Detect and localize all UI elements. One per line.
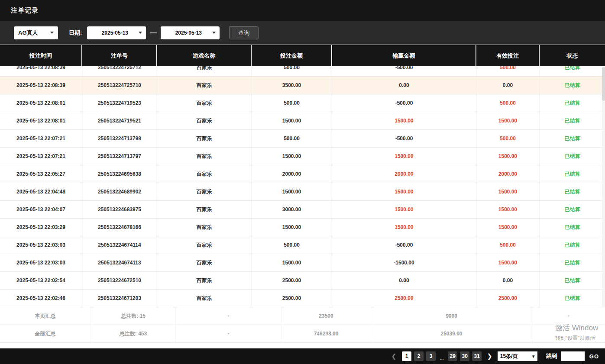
column-header-bet-no: 注单号 <box>82 45 157 66</box>
cell-win-loss: 1500.00 <box>332 219 476 236</box>
cell-bet-time: 2025-05-13 22:07:21 <box>0 130 82 147</box>
cell-game-name: 百家乐 <box>157 290 252 307</box>
chevron-down-icon <box>139 32 142 34</box>
cell-bet-amount: 500.00 <box>252 236 332 254</box>
game-type-select[interactable]: AG真人 <box>14 26 58 39</box>
summary-game: - <box>176 307 281 325</box>
cell-bet-time: 2025-05-13 22:04:07 <box>0 201 82 218</box>
summary-game: - <box>176 325 281 342</box>
date-to-input[interactable]: 2025-05-13 <box>161 26 220 39</box>
cell-valid-bet: 1500.00 <box>476 254 540 271</box>
scrollbar-thumb[interactable] <box>602 67 605 101</box>
table-row[interactable]: 2025-05-13 22:07:21250513224713797百家乐150… <box>0 148 605 165</box>
table-scrollbar[interactable] <box>602 66 605 307</box>
cell-status: 已结算 <box>540 66 605 76</box>
table-row[interactable]: 2025-05-13 22:04:48250513224689902百家乐150… <box>0 183 605 201</box>
cell-win-loss: 0.00 <box>332 77 476 94</box>
table-body[interactable]: 2025-05-13 22:08:39250513224725712百家乐500… <box>0 66 605 307</box>
cell-bet-time: 2025-05-13 22:08:39 <box>0 66 82 76</box>
table-row[interactable]: 2025-05-13 22:05:27250513224695638百家乐200… <box>0 165 605 183</box>
cell-game-name: 百家乐 <box>157 219 252 236</box>
cell-bet-amount: 2500.00 <box>252 290 332 307</box>
date-to-value: 2025-05-13 <box>165 30 212 36</box>
query-button[interactable]: 查询 <box>229 26 259 39</box>
go-button[interactable]: GO <box>589 353 599 360</box>
cell-bet-no: 250513224695638 <box>82 165 157 183</box>
cell-valid-bet: 0.00 <box>476 77 540 94</box>
cell-valid-bet: 1500.00 <box>476 148 540 165</box>
next-page-button[interactable]: ❯ <box>487 352 492 360</box>
all-summary-row: 全部汇总 总注数: 453 - 746298.00 25039.00 <box>0 325 605 343</box>
date-from-value: 2025-05-13 <box>91 30 139 36</box>
cell-status: 已结算 <box>540 112 605 129</box>
table-row[interactable]: 2025-05-13 22:03:03250513224674113百家乐150… <box>0 254 605 272</box>
cell-game-name: 百家乐 <box>157 112 252 129</box>
cell-bet-no: 250513224674113 <box>82 254 157 271</box>
cell-bet-no: 250513224713797 <box>82 148 157 165</box>
chevron-down-icon <box>50 32 54 34</box>
cell-win-loss: 1500.00 <box>332 112 476 129</box>
summary-valid-total <box>532 325 605 342</box>
page-button-29[interactable]: 29 <box>448 351 457 361</box>
cell-game-name: 百家乐 <box>157 130 252 147</box>
cell-win-loss: 1500.00 <box>332 201 476 218</box>
cell-bet-time: 2025-05-13 22:08:01 <box>0 112 82 129</box>
page-button-1[interactable]: 1 <box>402 351 411 361</box>
cell-game-name: 百家乐 <box>157 183 252 200</box>
table-header: 投注时间 注单号 游戏名称 投注金额 输赢金额 有效投注 状态 <box>0 45 605 66</box>
summary-win-total: 25039.00 <box>371 325 532 342</box>
cell-valid-bet: 2500.00 <box>476 290 540 307</box>
table-row[interactable]: 2025-05-13 22:08:01250513224719521百家乐150… <box>0 112 605 130</box>
table-row[interactable]: 2025-05-13 22:02:54250513224672510百家乐250… <box>0 272 605 290</box>
page-button-2[interactable]: 2 <box>414 351 424 361</box>
summary-bet-total: 746298.00 <box>281 325 371 342</box>
prev-page-button[interactable]: ❮ <box>391 353 396 360</box>
table-row[interactable]: 2025-05-13 22:03:29250513224678166百家乐150… <box>0 219 605 236</box>
table-row[interactable]: 2025-05-13 22:08:01250513224719523百家乐500… <box>0 94 605 112</box>
cell-status: 已结算 <box>540 183 605 200</box>
table-row[interactable]: 2025-05-13 22:08:39250513224725710百家乐350… <box>0 77 605 94</box>
cell-status: 已结算 <box>540 254 605 271</box>
chevron-down-icon: ▼ <box>530 351 537 361</box>
pagination-pages: 123...293031 <box>401 351 483 361</box>
table-row[interactable]: 2025-05-13 22:08:39250513224725712百家乐500… <box>0 66 605 77</box>
page-button-3[interactable]: 3 <box>426 351 436 361</box>
jump-to-input[interactable] <box>561 351 585 361</box>
table-row[interactable]: 2025-05-13 22:07:21250513224713798百家乐500… <box>0 130 605 148</box>
cell-bet-no: 250513224672510 <box>82 272 157 289</box>
cell-game-name: 百家乐 <box>157 165 252 183</box>
cell-bet-amount: 500.00 <box>252 66 332 76</box>
column-header-win-loss: 输赢金额 <box>332 45 476 66</box>
cell-bet-no: 250513224725712 <box>82 66 157 76</box>
cell-bet-amount: 2500.00 <box>252 272 332 289</box>
page-size-select[interactable]: 15条/页 ▼ <box>498 351 537 361</box>
cell-bet-time: 2025-05-13 22:03:03 <box>0 254 82 271</box>
table-row[interactable]: 2025-05-13 22:04:07250513224683975百家乐300… <box>0 201 605 219</box>
cell-bet-time: 2025-05-13 22:02:54 <box>0 272 82 289</box>
cell-valid-bet: 1500.00 <box>476 112 540 129</box>
cell-bet-no: 250513224674114 <box>82 236 157 254</box>
cell-game-name: 百家乐 <box>157 66 252 76</box>
cell-bet-time: 2025-05-13 22:07:21 <box>0 148 82 165</box>
cell-bet-time: 2025-05-13 22:03:29 <box>0 219 82 236</box>
table-row[interactable]: 2025-05-13 22:02:46250513224671203百家乐250… <box>0 290 605 307</box>
cell-bet-no: 250513224683975 <box>82 201 157 218</box>
page-size-value: 15条/页 <box>500 353 518 360</box>
cell-valid-bet: 500.00 <box>476 236 540 254</box>
cell-bet-time: 2025-05-13 22:08:01 <box>0 94 82 112</box>
summary-label: 全部汇总 <box>0 325 91 342</box>
page-button-31[interactable]: 31 <box>472 351 482 361</box>
page-button-30[interactable]: 30 <box>460 351 469 361</box>
filter-bar: AG真人 日期: 2025-05-13 — 2025-05-13 查询 <box>0 21 605 45</box>
cell-bet-amount: 1500.00 <box>252 148 332 165</box>
column-header-bet-amount: 投注金额 <box>252 45 332 66</box>
summary-section: 本页汇总 总注数: 15 - 23500 9000 - 全部汇总 总注数: 45… <box>0 307 605 343</box>
cell-valid-bet: 1500.00 <box>476 219 540 236</box>
cell-win-loss: 1500.00 <box>332 148 476 165</box>
date-from-input[interactable]: 2025-05-13 <box>87 26 146 39</box>
cell-bet-amount: 1500.00 <box>252 254 332 271</box>
cell-bet-time: 2025-05-13 22:02:46 <box>0 290 82 307</box>
cell-bet-no: 250513224671203 <box>82 290 157 307</box>
cell-bet-amount: 500.00 <box>252 94 332 112</box>
table-row[interactable]: 2025-05-13 22:03:03250513224674114百家乐500… <box>0 236 605 254</box>
